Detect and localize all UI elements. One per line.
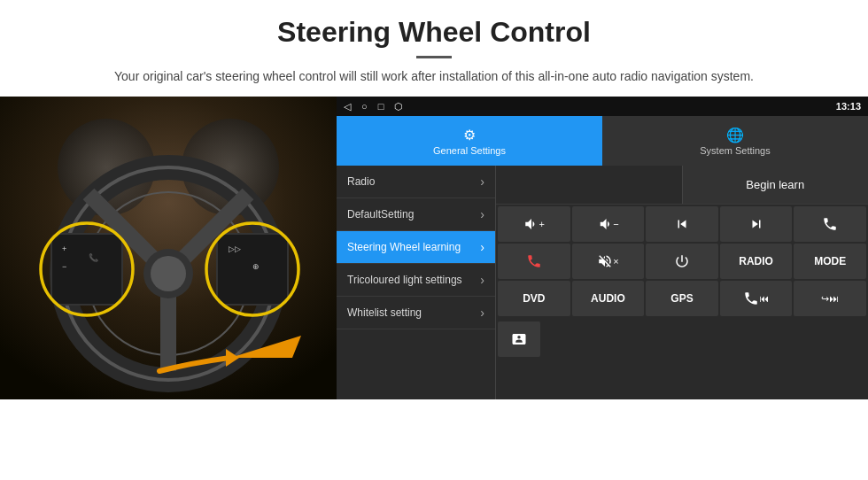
menu-item-whitelist[interactable]: Whitelist setting › [337, 297, 495, 329]
mute-button[interactable]: × [572, 244, 645, 279]
menu-radio-label: Radio [347, 175, 375, 188]
menu-item-tricoloured[interactable]: Tricoloured light settings › [337, 264, 495, 297]
audio-button[interactable]: AUDIO [572, 281, 645, 316]
svg-point-10 [151, 256, 186, 291]
next-button[interactable] [720, 206, 793, 242]
title-divider [416, 56, 452, 58]
screenshot-btn[interactable]: ⬡ [394, 101, 403, 112]
phone-button[interactable] [794, 206, 866, 242]
menu-steering-label: Steering Wheel learning [347, 241, 461, 253]
gps-button[interactable]: GPS [646, 281, 718, 316]
hangup-button[interactable] [498, 244, 570, 279]
device-screen: ◁ ○ □ ⬡ 13:13 ⚙ General Settings 🌐 Syste… [337, 97, 868, 399]
phone-next-button[interactable]: ↪⏭ [794, 281, 866, 316]
system-settings-icon: 🌐 [726, 127, 744, 143]
menu-item-radio[interactable]: Radio › [337, 166, 495, 198]
prev-button[interactable] [646, 206, 718, 242]
vol-up-button[interactable]: + [498, 206, 570, 242]
tab-general-label: General Settings [433, 145, 506, 156]
home-btn[interactable]: ○ [361, 101, 368, 112]
recent-btn[interactable]: □ [378, 101, 384, 112]
tab-general[interactable]: ⚙ General Settings [337, 116, 602, 166]
status-bar: ◁ ○ □ ⬡ 13:13 [337, 97, 868, 116]
subtitle-text: Your original car's steering wheel contr… [53, 67, 815, 86]
left-menu: Radio › DefaultSetting › Steering Wheel … [337, 166, 496, 399]
begin-learn-row: Begin learn [496, 166, 868, 205]
radio-label-button[interactable]: RADIO [720, 244, 793, 279]
menu-whitelist-label: Whitelist setting [347, 306, 422, 319]
svg-text:▷▷: ▷▷ [229, 244, 241, 253]
right-panel: Begin learn + − [496, 166, 868, 399]
menu-tricoloured-label: Tricoloured light settings [347, 274, 462, 286]
menu-item-steering[interactable]: Steering Wheel learning › [337, 231, 495, 264]
svg-text:⊕: ⊕ [252, 262, 260, 271]
svg-text:−: − [62, 262, 66, 271]
begin-learn-empty [496, 166, 683, 204]
svg-text:+: + [62, 244, 66, 253]
control-button-grid: + − [496, 205, 868, 318]
menu-item-default[interactable]: DefaultSetting › [337, 198, 495, 231]
begin-learn-button[interactable]: Begin learn [683, 166, 869, 204]
tab-row: ⚙ General Settings 🌐 System Settings [337, 116, 868, 166]
dvd-button[interactable]: DVD [498, 281, 570, 316]
general-settings-icon: ⚙ [463, 127, 476, 143]
svg-text:📞: 📞 [89, 252, 99, 263]
mode-button[interactable]: MODE [794, 244, 866, 279]
contacts-button[interactable] [498, 321, 540, 357]
vol-down-button[interactable]: − [572, 206, 645, 242]
chevron-icon: › [480, 240, 484, 254]
menu-default-label: DefaultSetting [347, 208, 414, 221]
tab-system-label: System Settings [700, 145, 770, 156]
tab-system[interactable]: 🌐 System Settings [602, 116, 868, 166]
main-content: + − 📞 ▷▷ ⊕ ◁ ○ □ ⬡ 13:13 [0, 97, 868, 399]
chevron-icon: › [480, 207, 484, 221]
nav-controls: ◁ ○ □ ⬡ [344, 101, 403, 112]
time-display: 13:13 [836, 101, 861, 112]
phone-prev-button[interactable]: ⏮ [720, 281, 793, 316]
chevron-icon: › [480, 306, 484, 320]
back-btn[interactable]: ◁ [344, 101, 351, 112]
header-section: Steering Wheel Control Your original car… [0, 0, 868, 97]
page-title: Steering Wheel Control [53, 16, 815, 49]
steering-wheel-image: + − 📞 ▷▷ ⊕ [0, 97, 337, 399]
chevron-icon: › [480, 273, 484, 287]
chevron-icon: › [480, 174, 484, 189]
power-button[interactable] [646, 244, 718, 279]
screen-content: Radio › DefaultSetting › Steering Wheel … [337, 166, 868, 399]
